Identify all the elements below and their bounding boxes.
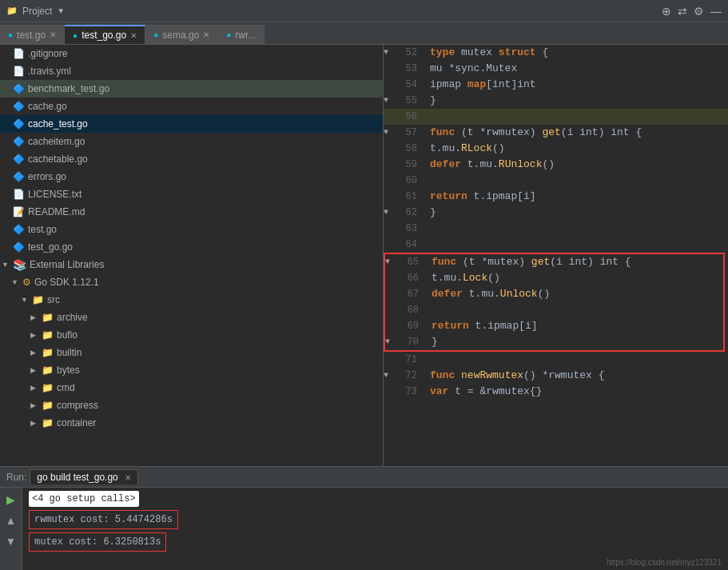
fold-icon[interactable]: ▼ bbox=[384, 125, 395, 141]
chevron-right-icon: ▶ bbox=[30, 419, 38, 427]
setup-calls-label: <4 go setup calls> bbox=[29, 491, 139, 507]
file-label: README.md bbox=[28, 206, 85, 217]
code-line-64: 64 bbox=[384, 237, 728, 253]
folder-icon: 📁 bbox=[42, 329, 54, 341]
run-down-button[interactable]: ▼ bbox=[2, 532, 20, 550]
line-number: 56 bbox=[395, 109, 424, 125]
tree-item-cache[interactable]: 🔷 cache.go bbox=[0, 98, 383, 115]
tree-item-go-sdk[interactable]: ▼ ⚙ Go SDK 1.12.1 bbox=[0, 273, 383, 291]
fold-icon[interactable]: ▼ bbox=[385, 254, 396, 270]
run-play-button[interactable]: ▶ bbox=[2, 491, 20, 508]
tree-item-benchmark[interactable]: 🔷 benchmark_test.go bbox=[0, 80, 383, 98]
fold-icon bbox=[385, 318, 396, 334]
line-content: mu *sync.Mutex bbox=[424, 61, 728, 77]
folder-label: archive bbox=[57, 312, 88, 323]
boxed-code-section: ▼ 65 func (t *mutex) get(i int) int { 66… bbox=[384, 253, 725, 352]
file-icon: 🔷 bbox=[13, 153, 25, 165]
file-label: cache_test.go bbox=[28, 118, 88, 130]
code-line-68: 68 bbox=[385, 302, 723, 318]
src-label: src bbox=[47, 294, 60, 305]
tab-file-icon: ● bbox=[226, 30, 231, 39]
code-line-53: 53 mu *sync.Mutex bbox=[384, 61, 728, 77]
tab-file-icon: ● bbox=[153, 30, 158, 39]
folder-icon: 📁 bbox=[42, 382, 54, 393]
file-icon: 📄 bbox=[13, 189, 25, 200]
tree-item-builtin[interactable]: ▶ 📁 builtin bbox=[0, 344, 383, 361]
tree-item-cmd[interactable]: ▶ 📁 cmd bbox=[0, 379, 383, 397]
tab-rwr[interactable]: ● rwr... bbox=[218, 25, 265, 44]
tree-item-travis[interactable]: 📄 .travis.yml bbox=[0, 62, 383, 80]
line-number: 55 bbox=[395, 93, 424, 109]
fold-icon[interactable]: ▼ bbox=[384, 93, 395, 109]
chevron-right-icon: ▶ bbox=[30, 349, 38, 357]
folder-icon: 📁 bbox=[42, 417, 54, 428]
line-content bbox=[425, 302, 723, 318]
line-content: var t = &rwmutex{} bbox=[424, 384, 728, 400]
fold-icon bbox=[384, 189, 395, 205]
file-icon: 🔷 bbox=[13, 83, 25, 94]
tree-item-license[interactable]: 📄 LICENSE.txt bbox=[0, 185, 383, 203]
tree-item-archive[interactable]: ▶ 📁 archive bbox=[0, 309, 383, 326]
tab-test-go[interactable]: ● test.go ✕ bbox=[0, 25, 65, 44]
tree-item-bufio[interactable]: ▶ 📁 bufio bbox=[0, 326, 383, 344]
tree-item-errors[interactable]: 🔷 errors.go bbox=[0, 168, 383, 185]
code-editor[interactable]: ▼ 52 type mutex struct { 53 mu *sync.Mut… bbox=[384, 45, 728, 466]
split-icon[interactable]: ⇄ bbox=[678, 5, 687, 18]
title-actions: ⊕ ⇄ ⚙ — bbox=[662, 5, 722, 18]
fold-icon[interactable]: ▼ bbox=[384, 45, 395, 61]
tree-item-cache-test[interactable]: 🔷 cache_test.go bbox=[0, 115, 383, 133]
run-tab-close-icon[interactable]: ✕ bbox=[125, 473, 131, 482]
fold-icon bbox=[384, 384, 395, 400]
tree-item-cachetable[interactable]: 🔷 cachetable.go bbox=[0, 150, 383, 168]
tree-item-src[interactable]: ▼ 📁 src bbox=[0, 291, 383, 309]
line-content: return t.ipmap[i] bbox=[424, 189, 728, 205]
file-icon: 🔷 bbox=[13, 101, 25, 112]
fold-icon[interactable]: ▼ bbox=[384, 205, 395, 221]
line-content: t.mu.RLock() bbox=[424, 141, 728, 157]
folder-label: compress bbox=[57, 400, 98, 411]
title-dropdown-icon[interactable]: ▼ bbox=[57, 6, 65, 15]
file-icon: 🔷 bbox=[13, 136, 25, 147]
result-mutex: mutex cost: 6.3250813s bbox=[29, 532, 166, 552]
sync-icon[interactable]: ⊕ bbox=[662, 5, 671, 18]
tab-sema-go[interactable]: ● sema.go ✕ bbox=[145, 25, 218, 44]
code-line-69: 69 return t.ipmap[i] bbox=[385, 318, 723, 334]
tab-close-icon[interactable]: ✕ bbox=[130, 31, 137, 40]
settings-icon[interactable]: ⚙ bbox=[694, 5, 704, 18]
tree-item-external-libraries[interactable]: ▼ 📚 External Libraries bbox=[0, 256, 383, 273]
sidebar: 📄 .gitignore 📄 .travis.yml 🔷 benchmark_t… bbox=[0, 45, 384, 466]
code-line-70: ▼ 70 } bbox=[385, 334, 723, 350]
tree-item-test-go[interactable]: 🔷 test.go bbox=[0, 221, 383, 238]
tab-close-icon[interactable]: ✕ bbox=[203, 30, 209, 39]
tree-item-gitignore[interactable]: 📄 .gitignore bbox=[0, 45, 383, 62]
run-tab-build[interactable]: go build test_go.go ✕ bbox=[30, 469, 137, 484]
fold-icon bbox=[384, 141, 395, 157]
file-label: .gitignore bbox=[28, 48, 67, 59]
tabs-bar: ● test.go ✕ ● test_go.go ✕ ● sema.go ✕ ●… bbox=[0, 22, 728, 45]
main-content: 📄 .gitignore 📄 .travis.yml 🔷 benchmark_t… bbox=[0, 45, 728, 466]
tab-label: test.go bbox=[17, 30, 46, 41]
line-content bbox=[424, 173, 728, 189]
tree-item-compress[interactable]: ▶ 📁 compress bbox=[0, 397, 383, 414]
line-number: 67 bbox=[396, 286, 425, 302]
line-content: } bbox=[424, 205, 728, 221]
run-up-button[interactable]: ▲ bbox=[2, 512, 20, 529]
sdk-icon: ⚙ bbox=[22, 277, 31, 288]
fold-icon[interactable]: ▼ bbox=[385, 334, 396, 350]
line-number: 59 bbox=[395, 157, 424, 173]
tab-test-go-go[interactable]: ● test_go.go ✕ bbox=[65, 25, 145, 44]
chevron-down-icon: ▼ bbox=[2, 261, 10, 269]
folder-icon: 📁 bbox=[32, 294, 44, 305]
tree-item-readme[interactable]: 📝 README.md bbox=[0, 203, 383, 221]
tree-item-container[interactable]: ▶ 📁 container bbox=[0, 414, 383, 432]
tree-item-cacheitem[interactable]: 🔷 cacheitem.go bbox=[0, 133, 383, 150]
run-tab-bar: Run: go build test_go.go ✕ bbox=[0, 467, 728, 488]
tree-item-bytes[interactable]: ▶ 📁 bytes bbox=[0, 361, 383, 379]
tab-close-icon[interactable]: ✕ bbox=[50, 30, 56, 39]
minimize-icon[interactable]: — bbox=[710, 5, 722, 18]
folder-label: builtin bbox=[57, 347, 82, 358]
line-content bbox=[424, 221, 728, 237]
fold-icon[interactable]: ▼ bbox=[384, 368, 395, 384]
tab-label: sema.go bbox=[162, 30, 199, 41]
tree-item-test-go-go[interactable]: 🔷 test_go.go bbox=[0, 238, 383, 256]
